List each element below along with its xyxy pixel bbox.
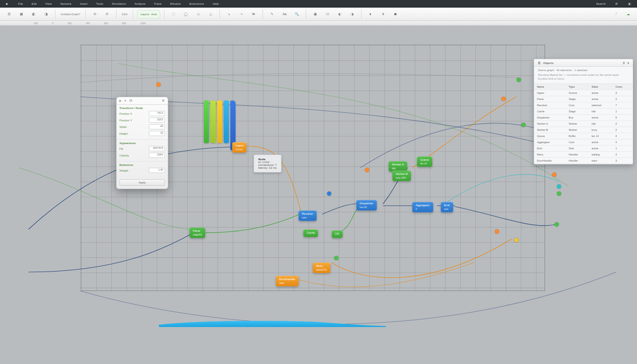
- prop-input[interactable]: 100%: [149, 153, 165, 158]
- palette-bar-yellow[interactable]: [217, 100, 222, 143]
- menu-trace[interactable]: Trace: [154, 2, 162, 5]
- graph-node[interactable]: Parsestage/02: [190, 228, 205, 238]
- theme-b-icon[interactable]: ◑: [347, 9, 357, 19]
- table-row[interactable]: EmitSinkactive1: [534, 146, 633, 152]
- endpoint-dot[interactable]: [156, 82, 161, 87]
- prop-input[interactable]: #2A74C9: [149, 146, 165, 151]
- cloud-icon[interactable]: ☁: [623, 9, 633, 19]
- palette-bar-green[interactable]: [204, 100, 209, 143]
- refresh-icon[interactable]: ⟳: [129, 99, 133, 103]
- col-header[interactable]: State: [589, 84, 612, 90]
- theme-a-icon[interactable]: ◐: [335, 9, 345, 19]
- properties-titlebar[interactable]: ▸ ⌖ ⟳ ✕: [117, 97, 168, 105]
- properties-panel[interactable]: ▸ ⌖ ⟳ ✕ Transform / Node Position X742.0…: [116, 97, 168, 189]
- rect-node-icon[interactable]: ⬚: [168, 9, 179, 19]
- menu-file[interactable]: File: [18, 2, 23, 5]
- menubar-search[interactable]: Search: [596, 2, 606, 5]
- table-row[interactable]: CacheStageidle1: [534, 109, 633, 115]
- menu-edit[interactable]: Edit: [31, 2, 36, 5]
- graph-node[interactable]: Retrybackoff 2s: [313, 263, 330, 273]
- redo-icon[interactable]: ⟳: [102, 9, 112, 19]
- menu-network[interactable]: Network: [60, 2, 71, 5]
- layout-chip[interactable]: Layout · Auto: [137, 10, 160, 18]
- objects-panel[interactable]: ☰ Objects ⚲ ▾ Scene graph · 42 elements …: [534, 59, 633, 164]
- graph-node[interactable]: Queuelen 14: [417, 156, 432, 167]
- undo-icon[interactable]: ⟲: [90, 9, 100, 19]
- graph-node[interactable]: ErrorHandlerwarn: [276, 276, 299, 286]
- table-row[interactable]: Worker-AWorkeridle2: [534, 121, 633, 127]
- menu-simulation[interactable]: Simulation: [112, 2, 126, 5]
- graph-node[interactable]: Emitsink: [441, 202, 453, 212]
- table-row[interactable]: ErrorHandlerHandlerwarn3: [534, 158, 633, 164]
- pin-icon[interactable]: ⌖: [124, 99, 127, 103]
- grid-icon[interactable]: ▦: [16, 9, 27, 19]
- table-row[interactable]: ParseStageactive2: [534, 96, 633, 102]
- connector-icon[interactable]: ↘: [224, 9, 234, 19]
- arrow-icon[interactable]: ⇢: [236, 9, 246, 19]
- diamond-node-icon[interactable]: ◇: [193, 9, 203, 19]
- col-header[interactable]: Name: [534, 84, 566, 90]
- col-header[interactable]: Type: [566, 84, 589, 90]
- prop-input[interactable]: 22: [149, 131, 165, 136]
- stop-icon[interactable]: ⏹: [390, 9, 400, 19]
- canvas[interactable]: ◦ Node id: n-014 connections: 7 latency:…: [0, 26, 637, 364]
- endpoint-dot[interactable]: [365, 168, 369, 172]
- menu-icon[interactable]: ☰: [4, 9, 14, 19]
- menu-analyze[interactable]: Analyze: [135, 2, 146, 5]
- endpoint-dot[interactable]: [495, 229, 499, 234]
- close-icon[interactable]: ✕: [162, 99, 165, 103]
- endpoint-dot[interactable]: [552, 173, 556, 177]
- layout-icon[interactable]: ◧: [628, 2, 632, 5]
- table-row[interactable]: Worker-BWorkerbusy2: [534, 127, 633, 133]
- graph-node[interactable]: Dispatcherbus-01: [356, 200, 377, 210]
- prop-input[interactable]: 742.0: [149, 111, 165, 116]
- menu-extensions[interactable]: Extensions: [189, 2, 204, 5]
- graph-node[interactable]: Worker-Aidle: [389, 161, 407, 172]
- search-icon[interactable]: 🔍: [291, 9, 302, 19]
- apply-button[interactable]: Apply: [119, 179, 165, 186]
- endpoint-dot[interactable]: [517, 78, 521, 82]
- endpoint-dot[interactable]: [521, 123, 526, 127]
- timeline-wave[interactable]: [159, 319, 386, 327]
- graph-node[interactable]: AggregatorΣ: [412, 202, 433, 212]
- help-icon[interactable]: ❔: [610, 9, 621, 19]
- settings-icon[interactable]: ⚙: [614, 2, 619, 5]
- table-row[interactable]: IngestSourceactive3: [534, 90, 633, 96]
- panel-left-icon[interactable]: ◧: [28, 9, 39, 19]
- triangle-node-icon[interactable]: △: [205, 9, 216, 19]
- check-icon[interactable]: ☑: [322, 9, 333, 19]
- table-row[interactable]: QueueBufferlen 144: [534, 133, 633, 139]
- menu-insert[interactable]: Insert: [80, 2, 88, 5]
- menu-window[interactable]: Window: [170, 2, 181, 5]
- play-icon[interactable]: ⏵: [365, 9, 376, 19]
- col-header[interactable]: Conn.: [612, 84, 633, 90]
- snap-icon[interactable]: ▣: [310, 9, 320, 19]
- palette-bar-sky[interactable]: [224, 100, 229, 143]
- pointer-icon[interactable]: ▸: [119, 99, 121, 103]
- menu-tools[interactable]: Tools: [96, 2, 103, 5]
- graph-node[interactable]: Ingestsource: [232, 142, 246, 153]
- endpoint-dot[interactable]: [555, 222, 559, 227]
- pause-icon[interactable]: ⏸: [378, 9, 388, 19]
- endpoint-dot[interactable]: [327, 191, 331, 196]
- palette-bar-lime[interactable]: [210, 100, 216, 143]
- pencil-icon[interactable]: ✎: [267, 9, 277, 19]
- prop-input[interactable]: 318.5: [149, 118, 165, 123]
- filter-icon[interactable]: ⚲: [623, 61, 625, 64]
- graph-node[interactable]: Resolvercore: [299, 210, 317, 221]
- endpoint-dot[interactable]: [514, 238, 519, 242]
- graph-node[interactable]: OK: [332, 230, 343, 238]
- circle-node-icon[interactable]: ◯: [181, 9, 191, 19]
- table-row[interactable]: RetryHandlerwaiting2: [534, 152, 633, 158]
- endpoint-dot[interactable]: [501, 97, 506, 101]
- graph-node[interactable]: Cache: [303, 229, 318, 237]
- palette-bars[interactable]: ◦: [204, 100, 236, 150]
- graph-node[interactable]: Worker-Bbusy 63%: [392, 171, 411, 181]
- endpoint-dot[interactable]: [334, 256, 338, 260]
- table-row[interactable]: AggregatorCoreactive4: [534, 139, 633, 146]
- table-row[interactable]: DispatcherBusactive5: [534, 115, 633, 121]
- panel-right-icon[interactable]: ◨: [41, 9, 51, 19]
- zoom-value[interactable]: 91%: [120, 13, 129, 16]
- endpoint-dot[interactable]: [557, 184, 561, 189]
- menu-view[interactable]: View: [46, 2, 52, 5]
